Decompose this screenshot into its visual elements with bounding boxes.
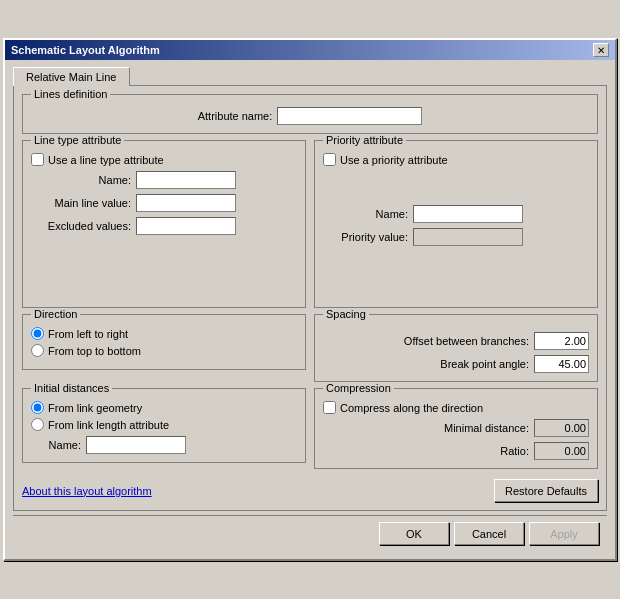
direction-group: Direction From left to right From top to…	[22, 314, 306, 370]
restore-defaults-button[interactable]: Restore Defaults	[494, 479, 598, 502]
break-point-label: Break point angle:	[323, 358, 529, 370]
apply-button[interactable]: Apply	[529, 522, 599, 545]
compression-title: Compression	[323, 382, 394, 394]
link-geometry-label: From link geometry	[48, 402, 142, 414]
direction-top-bottom-radio[interactable]	[31, 344, 44, 357]
link-geometry-row: From link geometry	[31, 401, 297, 414]
priority-checkbox-label: Use a priority attribute	[340, 154, 448, 166]
line-type-checkbox-row: Use a line type attribute	[31, 153, 297, 166]
direction-left-right-radio[interactable]	[31, 327, 44, 340]
spacing-col: Spacing Offset between branches: Break p…	[314, 314, 598, 388]
attribute-name-label: Attribute name:	[198, 110, 273, 122]
compression-checkbox-row: Compress along the direction	[323, 401, 589, 414]
direction-top-bottom-row: From top to bottom	[31, 344, 297, 357]
min-distance-input[interactable]	[534, 419, 589, 437]
dialog-window: Schematic Layout Algorithm ✕ Relative Ma…	[3, 38, 617, 561]
main-line-value-label: Main line value:	[31, 197, 131, 209]
break-point-row: Break point angle:	[323, 355, 589, 373]
line-type-name-row: Name:	[31, 171, 297, 189]
line-type-group: Line type attribute Use a line type attr…	[22, 140, 306, 308]
tab-relative-main-line[interactable]: Relative Main Line	[13, 67, 130, 86]
link-length-radio[interactable]	[31, 418, 44, 431]
link-length-row: From link length attribute	[31, 418, 297, 431]
title-bar: Schematic Layout Algorithm ✕	[5, 40, 615, 60]
compression-checkbox-label: Compress along the direction	[340, 402, 483, 414]
bottom-bar: OK Cancel Apply	[13, 515, 607, 551]
initial-name-input[interactable]	[86, 436, 186, 454]
cancel-button[interactable]: Cancel	[454, 522, 524, 545]
initial-name-row: Name:	[31, 436, 297, 454]
attribute-name-row: Attribute name:	[31, 107, 589, 125]
priority-value-row: Priority value:	[323, 228, 589, 246]
middle-columns: Line type attribute Use a line type attr…	[22, 140, 598, 314]
priority-value-input[interactable]	[413, 228, 523, 246]
priority-name-row: Name:	[323, 205, 589, 223]
priority-checkbox-row: Use a priority attribute	[323, 153, 589, 166]
priority-name-label: Name:	[323, 208, 408, 220]
direction-col: Direction From left to right From top to…	[22, 314, 306, 388]
priority-col: Priority attribute Use a priority attrib…	[314, 140, 598, 314]
main-line-value-input[interactable]	[136, 194, 236, 212]
excluded-values-label: Excluded values:	[31, 220, 131, 232]
excluded-values-input[interactable]	[136, 217, 236, 235]
lines-definition-title: Lines definition	[31, 88, 110, 100]
main-line-value-row: Main line value:	[31, 194, 297, 212]
offset-label: Offset between branches:	[323, 335, 529, 347]
offset-row: Offset between branches:	[323, 332, 589, 350]
initial-distances-title: Initial distances	[31, 382, 112, 394]
compression-col: Compression Compress along the direction…	[314, 388, 598, 475]
dialog-body: Relative Main Line Lines definition Attr…	[5, 60, 615, 559]
about-link[interactable]: About this layout algorithm	[22, 485, 152, 497]
line-type-col: Line type attribute Use a line type attr…	[22, 140, 306, 314]
initial-compression-row: Initial distances From link geometry Fro…	[22, 388, 598, 475]
priority-value-label: Priority value:	[323, 231, 408, 243]
attribute-name-input[interactable]	[277, 107, 422, 125]
dialog-title: Schematic Layout Algorithm	[11, 44, 160, 56]
initial-distances-col: Initial distances From link geometry Fro…	[22, 388, 306, 475]
line-type-title: Line type attribute	[31, 134, 124, 146]
direction-spacing-row: Direction From left to right From top to…	[22, 314, 598, 388]
ratio-label: Ratio:	[323, 445, 529, 457]
line-type-checkbox[interactable]	[31, 153, 44, 166]
priority-name-input[interactable]	[413, 205, 523, 223]
excluded-values-row: Excluded values:	[31, 217, 297, 235]
link-length-label: From link length attribute	[48, 419, 169, 431]
direction-title: Direction	[31, 308, 80, 320]
close-button[interactable]: ✕	[593, 43, 609, 57]
min-distance-row: Minimal distance:	[323, 419, 589, 437]
ok-button[interactable]: OK	[379, 522, 449, 545]
priority-checkbox[interactable]	[323, 153, 336, 166]
ratio-input[interactable]	[534, 442, 589, 460]
line-type-name-input[interactable]	[136, 171, 236, 189]
offset-input[interactable]	[534, 332, 589, 350]
initial-distances-group: Initial distances From link geometry Fro…	[22, 388, 306, 463]
priority-title: Priority attribute	[323, 134, 406, 146]
priority-group: Priority attribute Use a priority attrib…	[314, 140, 598, 308]
link-geometry-radio[interactable]	[31, 401, 44, 414]
tab-content: Lines definition Attribute name: Line ty…	[13, 85, 607, 511]
line-type-checkbox-label: Use a line type attribute	[48, 154, 164, 166]
footer-row: About this layout algorithm Restore Defa…	[22, 479, 598, 502]
break-point-input[interactable]	[534, 355, 589, 373]
min-distance-label: Minimal distance:	[323, 422, 529, 434]
compression-group: Compression Compress along the direction…	[314, 388, 598, 469]
spacing-title: Spacing	[323, 308, 369, 320]
direction-left-right-row: From left to right	[31, 327, 297, 340]
direction-top-bottom-label: From top to bottom	[48, 345, 141, 357]
spacing-group: Spacing Offset between branches: Break p…	[314, 314, 598, 382]
lines-definition-group: Lines definition Attribute name:	[22, 94, 598, 134]
direction-left-right-label: From left to right	[48, 328, 128, 340]
initial-name-label: Name:	[31, 439, 81, 451]
ratio-row: Ratio:	[323, 442, 589, 460]
compression-checkbox[interactable]	[323, 401, 336, 414]
line-type-name-label: Name:	[31, 174, 131, 186]
tabs-bar: Relative Main Line	[13, 66, 607, 85]
